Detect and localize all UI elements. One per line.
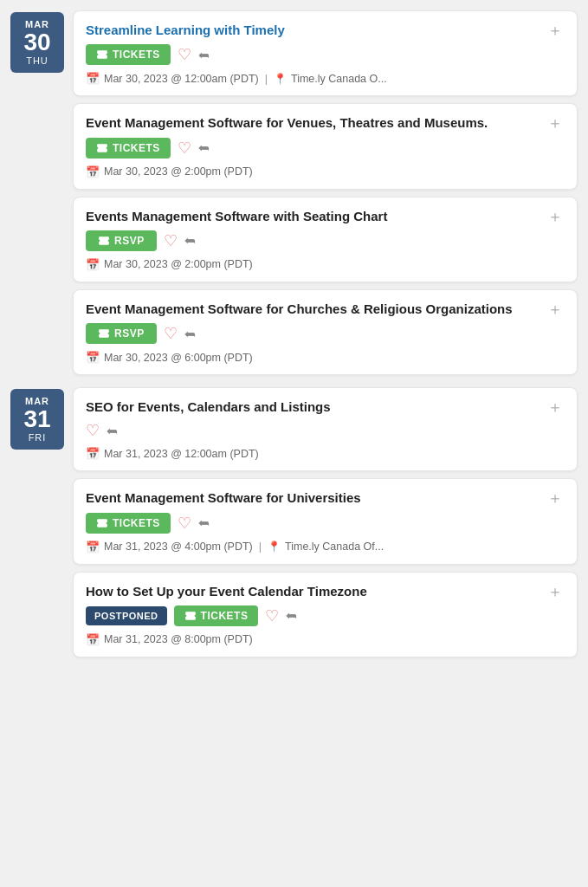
location-icon: 📍 [268,541,281,553]
event-title: Event Management Software for Venues, Th… [86,114,540,132]
calendar-icon: 📅 [86,541,100,554]
calendar-icon: 📅 [86,72,100,85]
event-actions: ♡➦ [86,421,565,440]
event-title: How to Set Up your Event Calendar Timezo… [86,583,540,600]
event-title: Event Management Software for Universiti… [86,489,540,507]
favorite-button[interactable]: ♡ [265,606,279,625]
event-title-row: SEO for Events, Calendars and Listings＋ [86,398,565,416]
events-list: SEO for Events, Calendars and Listings＋♡… [73,387,578,657]
date-day: 30 [23,29,50,56]
event-title: Events Management Software with Seating … [86,208,540,225]
ticket-icon [98,235,110,247]
events-list: Streamline Learning with Timely＋TICKETS♡… [73,10,578,375]
ticket-icon [96,49,108,61]
add-event-button[interactable]: ＋ [546,23,565,38]
event-actions: TICKETS♡➦ [86,44,565,65]
add-event-button[interactable]: ＋ [546,301,565,317]
share-button[interactable]: ➦ [184,232,196,249]
ticket-icon [184,610,197,622]
date-month: MAR [25,19,49,29]
event-datetime: Mar 30, 2023 @ 2:00pm (PDT) [104,258,253,270]
rsvp-button[interactable]: RSVP [86,230,157,251]
meta-separator: | [265,73,268,85]
event-meta: 📅Mar 31, 2023 @ 8:00pm (PDT) [86,633,565,646]
tickets-button[interactable]: TICKETS [86,44,171,65]
date-month: MAR [25,396,49,406]
event-meta: 📅Mar 30, 2023 @ 2:00pm (PDT) [86,258,565,271]
event-datetime: Mar 30, 2023 @ 12:00am (PDT) [104,73,259,85]
share-button[interactable]: ➦ [184,326,196,342]
event-actions: TICKETS♡➦ [86,513,565,534]
ticket-icon [96,517,108,529]
postponed-button[interactable]: POSTPONED [86,606,167,625]
event-card: Events Management Software with Seating … [73,197,578,282]
favorite-button[interactable]: ♡ [86,421,100,440]
event-card: Event Management Software for Universiti… [73,478,578,564]
event-title[interactable]: Streamline Learning with Timely [86,22,540,39]
favorite-button[interactable]: ♡ [178,45,191,64]
add-event-button[interactable]: ＋ [546,490,565,506]
meta-separator: | [259,541,262,553]
location-icon: 📍 [274,73,287,85]
tickets-button[interactable]: TICKETS [86,513,171,534]
event-title: Event Management Software for Churches &… [86,301,540,318]
event-card: Event Management Software for Venues, Th… [73,103,578,189]
event-meta: 📅Mar 30, 2023 @ 12:00am (PDT)|📍Time.ly C… [86,72,565,85]
event-meta: 📅Mar 30, 2023 @ 6:00pm (PDT) [86,351,565,364]
share-button[interactable]: ➦ [286,607,297,624]
event-meta: 📅Mar 30, 2023 @ 2:00pm (PDT) [86,165,565,178]
date-day: 31 [23,406,50,433]
event-location: Time.ly Canada Of... [285,541,384,553]
event-title-row: Events Management Software with Seating … [86,208,565,225]
event-card: SEO for Events, Calendars and Listings＋♡… [73,387,578,471]
calendar-icon: 📅 [86,351,100,364]
event-title-row: Streamline Learning with Timely＋ [86,22,565,39]
event-meta: 📅Mar 31, 2023 @ 4:00pm (PDT)|📍Time.ly Ca… [86,541,565,554]
share-button[interactable]: ➦ [107,423,118,439]
event-card: Streamline Learning with Timely＋TICKETS♡… [73,10,578,96]
calendar-icon: 📅 [86,633,100,646]
event-title-row: How to Set Up your Event Calendar Timezo… [86,583,565,600]
share-button[interactable]: ➦ [198,139,210,156]
event-title-row: Event Management Software for Universiti… [86,489,565,507]
event-datetime: Mar 31, 2023 @ 12:00am (PDT) [104,448,259,460]
event-title: SEO for Events, Calendars and Listings [86,398,540,416]
event-datetime: Mar 30, 2023 @ 6:00pm (PDT) [104,352,253,364]
rsvp-button[interactable]: RSVP [86,323,157,344]
event-actions: RSVP♡➦ [86,323,565,344]
favorite-button[interactable]: ♡ [164,231,178,250]
event-datetime: Mar 31, 2023 @ 4:00pm (PDT) [104,541,253,553]
date-badge: MAR 31 FRI [10,389,64,450]
add-event-button[interactable]: ＋ [546,399,565,415]
event-actions: TICKETS♡➦ [86,138,565,159]
ticket-icon [96,142,108,154]
event-card: How to Set Up your Event Calendar Timezo… [73,572,578,657]
favorite-button[interactable]: ♡ [178,514,191,533]
event-datetime: Mar 30, 2023 @ 2:00pm (PDT) [104,165,253,178]
share-button[interactable]: ➦ [198,515,210,531]
favorite-button[interactable]: ♡ [178,139,191,158]
add-event-button[interactable]: ＋ [546,115,565,131]
day-section-30: MAR 30 THU Streamline Learning with Time… [10,10,578,375]
date-weekday: THU [26,55,48,66]
event-location: Time.ly Canada O... [291,73,387,85]
day-section-31: MAR 31 FRI SEO for Events, Calendars and… [10,387,578,657]
events-container: MAR 30 THU Streamline Learning with Time… [10,10,578,670]
event-card: Event Management Software for Churches &… [73,289,578,375]
tickets-button[interactable]: TICKETS [86,138,171,159]
ticket-icon [98,327,110,340]
event-datetime: Mar 31, 2023 @ 8:00pm (PDT) [104,633,253,645]
event-actions: POSTPONEDTICKETS♡➦ [86,605,565,626]
tickets-button[interactable]: TICKETS [174,605,259,626]
event-title-row: Event Management Software for Churches &… [86,301,565,318]
event-title-row: Event Management Software for Venues, Th… [86,114,565,132]
add-event-button[interactable]: ＋ [546,584,565,599]
event-meta: 📅Mar 31, 2023 @ 12:00am (PDT) [86,447,565,460]
add-event-button[interactable]: ＋ [546,209,565,224]
date-badge: MAR 30 THU [10,12,64,73]
favorite-button[interactable]: ♡ [164,324,178,343]
calendar-icon: 📅 [86,447,100,460]
event-actions: RSVP♡➦ [86,230,565,251]
share-button[interactable]: ➦ [198,47,210,63]
calendar-icon: 📅 [86,165,100,178]
